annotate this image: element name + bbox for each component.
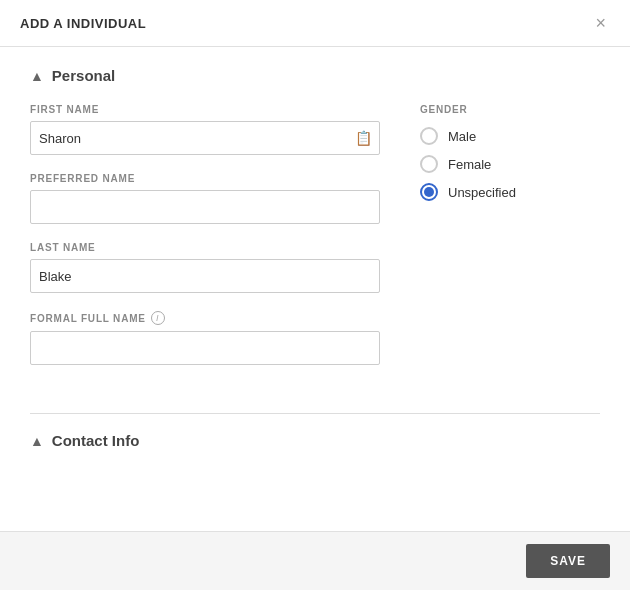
modal-title: ADD A INDIVIDUAL [20,16,146,31]
gender-male-radio[interactable] [420,127,438,145]
modal-footer: SAVE [0,531,630,590]
gender-male-option[interactable]: Male [420,127,600,145]
contact-section-header: ▲ Contact Info [30,414,600,449]
formal-full-name-input[interactable] [30,331,380,365]
gender-unspecified-radio[interactable] [420,183,438,201]
modal-body: ▲ Personal FIRST NAME 📋 [0,47,630,531]
gender-female-option[interactable]: Female [420,155,600,173]
personal-section: ▲ Personal FIRST NAME 📋 [0,47,630,413]
preferred-name-group: PREFERRED NAME [30,173,380,224]
personal-section-title: Personal [52,67,115,84]
gender-female-radio[interactable] [420,155,438,173]
gender-label: GENDER [420,104,600,115]
contact-section-title: Contact Info [52,432,140,449]
last-name-label: LAST NAME [30,242,380,253]
formal-full-name-info-icon[interactable]: i [151,311,165,325]
last-name-input[interactable] [30,259,380,293]
first-name-wrapper: 📋 [30,121,380,155]
name-card-icon[interactable]: 📋 [355,130,372,146]
contact-section: ▲ Contact Info [0,414,630,469]
gender-column: GENDER Male Female [420,104,600,383]
personal-form-layout: FIRST NAME 📋 PREFERRED NAME LAST NAME [30,104,600,383]
gender-unspecified-option[interactable]: Unspecified [420,183,600,201]
gender-unspecified-label: Unspecified [448,185,516,200]
modal: ADD A INDIVIDUAL × ▲ Personal FIRST NAME… [0,0,630,590]
gender-male-label: Male [448,129,476,144]
formal-full-name-label-row: FORMAL FULL NAME i [30,311,380,325]
gender-radio-group: Male Female Unspecified [420,127,600,201]
modal-header: ADD A INDIVIDUAL × [0,0,630,47]
contact-collapse-icon[interactable]: ▲ [30,433,44,449]
personal-section-header: ▲ Personal [30,67,600,84]
formal-full-name-label: FORMAL FULL NAME [30,313,146,324]
first-name-label: FIRST NAME [30,104,380,115]
first-name-input[interactable] [30,121,380,155]
first-name-group: FIRST NAME 📋 [30,104,380,155]
preferred-name-input[interactable] [30,190,380,224]
gender-female-label: Female [448,157,491,172]
formal-full-name-group: FORMAL FULL NAME i [30,311,380,365]
last-name-group: LAST NAME [30,242,380,293]
save-button[interactable]: SAVE [526,544,610,578]
personal-collapse-icon[interactable]: ▲ [30,68,44,84]
form-left-column: FIRST NAME 📋 PREFERRED NAME LAST NAME [30,104,380,383]
preferred-name-label: PREFERRED NAME [30,173,380,184]
close-button[interactable]: × [591,14,610,32]
